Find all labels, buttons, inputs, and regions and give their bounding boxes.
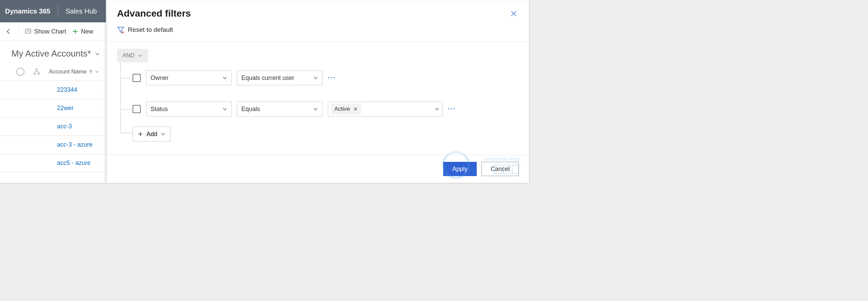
operator-value: Equals (241, 106, 260, 113)
apply-button[interactable]: Apply (443, 162, 477, 176)
view-selector[interactable]: My Active Accounts* (0, 41, 106, 66)
chevron-down-icon (161, 132, 165, 136)
svg-rect-2 (34, 73, 35, 74)
value-multiselect[interactable]: Active ✕ (328, 102, 442, 116)
column-account-name[interactable]: Account Name (49, 68, 99, 75)
grid-row[interactable]: 223344 (0, 81, 106, 99)
panel-header: Advanced filters (107, 0, 529, 26)
plus-icon (138, 131, 143, 137)
grid-row[interactable]: 22wer (0, 99, 106, 117)
product-name: Dynamics 365 (5, 7, 50, 15)
chevron-down-icon (313, 76, 318, 80)
chart-icon (25, 28, 32, 35)
cancel-label: Cancel (491, 166, 510, 173)
close-icon (510, 10, 517, 17)
chevron-down-icon (435, 107, 439, 111)
chevron-down-icon (222, 76, 227, 80)
grid-header: Account Name (0, 66, 106, 81)
new-button[interactable]: New (72, 28, 93, 35)
row-checkbox[interactable] (133, 74, 141, 82)
app-viewport: Dynamics 365 Sales Hub Show Chart New (0, 0, 529, 183)
chevron-down-icon (222, 107, 227, 111)
brand-separator (58, 5, 58, 17)
sort-asc-icon (89, 69, 93, 74)
panel-title: Advanced filters (117, 8, 191, 19)
field-value: Status (151, 106, 168, 113)
filter-row: Owner Equals current user ··· (133, 62, 519, 93)
cell-account-name: 22wer (57, 105, 74, 111)
grid-row[interactable]: acc-3 - azure (0, 136, 106, 154)
row-checkbox[interactable] (133, 105, 141, 113)
app-name[interactable]: Sales Hub (65, 7, 97, 15)
show-chart-label: Show Chart (34, 28, 66, 35)
apply-label: Apply (452, 166, 468, 173)
cell-account-name: acc5 - azure (57, 159, 91, 166)
grid-row[interactable]: acc-3 (0, 117, 106, 136)
chevron-down-icon (94, 51, 100, 57)
field-value: Owner (151, 74, 169, 82)
brand-bar: Dynamics 365 Sales Hub (0, 0, 106, 22)
back-button[interactable] (5, 28, 12, 35)
svg-rect-3 (38, 73, 39, 74)
cell-account-name: acc-3 - azure (57, 141, 93, 148)
command-bar: Show Chart New (0, 22, 106, 41)
panel-footer: Apply Cancel (107, 155, 529, 183)
plus-icon (72, 28, 78, 35)
filter-reset-icon (117, 26, 124, 34)
add-label: Add (146, 131, 157, 138)
grid-row[interactable]: acc5 - azure (0, 154, 106, 172)
advanced-filters-panel: Advanced filters Reset to default AND (107, 0, 529, 183)
value-chip-label: Active (334, 106, 350, 112)
cancel-button[interactable]: Cancel (481, 162, 519, 176)
operator-select[interactable]: Equals current user (237, 70, 322, 85)
group-body: Owner Equals current user ··· (120, 62, 519, 141)
new-label: New (81, 28, 93, 35)
row-more-button[interactable]: ··· (328, 74, 336, 82)
select-all-toggle[interactable] (16, 68, 24, 76)
row-more-button[interactable]: ··· (448, 106, 456, 113)
reset-to-default-button[interactable]: Reset to default (117, 26, 173, 34)
operator-value: Equals current user (241, 74, 294, 82)
left-pane: Dynamics 365 Sales Hub Show Chart New (0, 0, 106, 183)
chevron-down-icon (95, 70, 99, 74)
hierarchy-icon[interactable] (33, 68, 40, 75)
add-condition-button[interactable]: Add (133, 127, 171, 142)
cell-account-name: acc-3 (57, 123, 72, 130)
value-chip: Active ✕ (331, 104, 361, 114)
view-title: My Active Accounts* (12, 48, 91, 59)
operator-select[interactable]: Equals (237, 102, 322, 116)
reset-label: Reset to default (128, 26, 173, 34)
column-label: Account Name (49, 68, 87, 75)
field-select[interactable]: Status (146, 102, 232, 116)
panel-toolbar: Reset to default (107, 26, 529, 42)
back-arrow-icon (5, 28, 12, 35)
remove-value-button[interactable]: ✕ (353, 106, 358, 112)
chevron-down-icon (313, 107, 318, 111)
close-button[interactable] (508, 8, 519, 19)
filter-row: Status Equals Active ✕ (133, 93, 519, 125)
svg-rect-1 (36, 69, 37, 70)
toolbar-separator (18, 27, 19, 36)
filter-builder: AND Owner Equals current user (107, 42, 529, 155)
group-operator-chip[interactable]: AND (117, 49, 148, 62)
cell-account-name: 223344 (57, 86, 77, 93)
field-select[interactable]: Owner (146, 70, 232, 85)
show-chart-button[interactable]: Show Chart (25, 28, 66, 35)
chevron-down-icon (138, 53, 143, 58)
operator-label: AND (122, 52, 135, 59)
add-row: Add (133, 125, 519, 141)
